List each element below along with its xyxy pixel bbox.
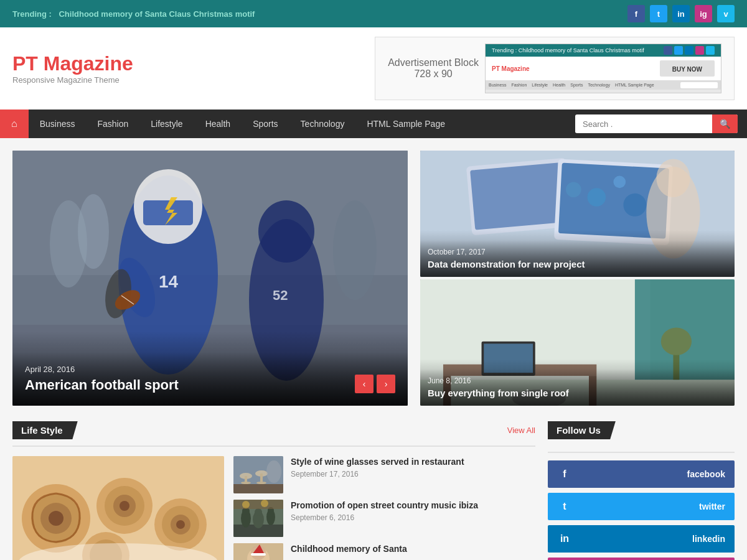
side-article-2-title: Buy everything from single roof xyxy=(428,388,727,398)
follow-header-container: Follow Us xyxy=(548,421,735,453)
lifestyle-item-3-title[interactable]: Childhood memory of Santa xyxy=(291,543,407,554)
svg-rect-67 xyxy=(245,476,247,482)
hero-title: American football sport xyxy=(25,377,395,393)
lifestyle-item-2-date: September 6, 2016 xyxy=(291,513,478,522)
svg-point-83 xyxy=(242,501,250,508)
svg-rect-90 xyxy=(251,553,266,556)
follow-facebook-label: facebook xyxy=(687,469,725,479)
ad-preview-trending: Trending : Childhood memory of Santa Cla… xyxy=(492,47,644,54)
nav-links-container: Business Fashion Lifestyle Health Sports… xyxy=(29,110,566,138)
follow-linkedin-button[interactable]: in linkedin xyxy=(548,525,735,553)
svg-point-68 xyxy=(241,482,251,484)
svg-rect-65 xyxy=(233,484,283,493)
hero-section: 14 52 xyxy=(12,151,408,406)
bottom-grid: Life Style View All xyxy=(12,421,735,560)
lifestyle-article-list: Style of wine glasses served in restaura… xyxy=(233,456,535,560)
nav-fashion[interactable]: Fashion xyxy=(86,110,139,138)
search-button[interactable]: 🔍 xyxy=(712,114,738,133)
trending-label: Trending : xyxy=(12,9,52,19)
svg-point-72 xyxy=(266,460,281,483)
side-article-2[interactable]: June 8, 2016 Buy everything from single … xyxy=(420,279,735,406)
lifestyle-main-svg xyxy=(12,456,224,560)
follow-facebook-button[interactable]: f facebook xyxy=(548,460,735,488)
search-input[interactable] xyxy=(575,116,712,133)
nav-sports[interactable]: Sports xyxy=(242,110,289,138)
side-article-2-date: June 8, 2016 xyxy=(428,376,727,385)
follow-twitter-label: twitter xyxy=(699,502,725,511)
side-article-1[interactable]: October 17, 2017 Data demonstration for … xyxy=(420,151,735,277)
svg-point-13 xyxy=(258,200,314,263)
lifestyle-item-2-title[interactable]: Promotion of open street country music i… xyxy=(291,500,478,511)
follow-twitter-button[interactable]: t twitter xyxy=(548,493,735,520)
svg-rect-22 xyxy=(470,162,567,230)
lifestyle-item-1-date: September 17, 2016 xyxy=(291,470,464,478)
site-logo-subtitle: Responsive Magazine Theme xyxy=(12,75,133,85)
trending-article: Childhood memory of Santa Claus Christma… xyxy=(59,9,255,19)
facebook-trending-icon[interactable]: f xyxy=(627,5,645,22)
lifestyle-thumb-3[interactable] xyxy=(233,543,283,560)
lifestyle-thumb-1-svg xyxy=(233,456,283,493)
instagram-trending-icon[interactable]: ig xyxy=(695,5,712,22)
nav-health[interactable]: Health xyxy=(194,110,242,138)
lifestyle-item-1: Style of wine glasses served in restaura… xyxy=(233,456,535,493)
twitter-trending-icon[interactable]: t xyxy=(650,5,667,22)
nav-lifestyle[interactable]: Lifestyle xyxy=(139,110,194,138)
hero-controls: ‹ › xyxy=(355,375,395,393)
nav-business[interactable]: Business xyxy=(29,110,87,138)
svg-rect-82 xyxy=(233,500,283,509)
svg-point-71 xyxy=(256,482,266,484)
main-navbar: ⌂ Business Fashion Lifestyle Health Spor… xyxy=(0,110,747,138)
hero-prev-button[interactable]: ‹ xyxy=(355,375,374,393)
lifestyle-thumb-2[interactable] xyxy=(233,500,283,537)
nav-home-button[interactable]: ⌂ xyxy=(0,110,29,138)
lifestyle-item-1-title[interactable]: Style of wine glasses served in restaura… xyxy=(291,456,464,467)
nav-technology[interactable]: Technology xyxy=(289,110,356,138)
follow-us-title: Follow Us xyxy=(548,421,616,439)
trending-social-icons: f t in ig v xyxy=(627,5,735,22)
follow-us-section: Follow Us f facebook t twitter in linked… xyxy=(548,421,735,560)
ad-preview-image: Trending : Childhood memory of Santa Cla… xyxy=(485,44,721,93)
logo-section: PT Magazine Responsive Magazine Theme xyxy=(12,52,133,85)
lifestyle-grid: Style of wine glasses served in restaura… xyxy=(12,456,535,560)
svg-point-25 xyxy=(588,188,606,207)
svg-point-55 xyxy=(120,501,129,511)
lifestyle-featured-image[interactable] xyxy=(12,456,224,560)
lifestyle-item-2: Promotion of open street country music i… xyxy=(233,500,535,537)
side-article-2-overlay: June 8, 2016 Buy everything from single … xyxy=(420,369,735,406)
svg-point-44 xyxy=(661,327,692,355)
social-follow-buttons: f facebook t twitter in linkedin ◻ insta… xyxy=(548,460,735,560)
facebook-follow-icon: f xyxy=(557,467,572,482)
svg-rect-70 xyxy=(260,474,263,482)
svg-point-26 xyxy=(613,176,626,189)
svg-point-16 xyxy=(333,200,377,300)
featured-grid: 14 52 xyxy=(12,151,735,406)
nav-html-sample[interactable]: HTML Sample Page xyxy=(355,110,456,138)
side-articles: October 17, 2017 Data demonstration for … xyxy=(420,151,735,406)
linkedin-follow-icon: in xyxy=(557,531,572,546)
follow-instagram-button[interactable]: ◻ instagram xyxy=(548,558,735,560)
svg-point-30 xyxy=(656,159,690,197)
lifestyle-view-all[interactable]: View All xyxy=(507,426,535,435)
hero-date: April 28, 2016 xyxy=(25,365,395,374)
trending-text: Trending : Childhood memory of Santa Cla… xyxy=(12,9,260,19)
lifestyle-thumb-2-svg xyxy=(233,500,283,537)
advertisement-block: Advertisement Block 728 x 90 Trending : … xyxy=(375,37,735,100)
vimeo-trending-icon[interactable]: v xyxy=(717,5,735,22)
svg-point-59 xyxy=(176,520,185,529)
lifestyle-item-2-content: Promotion of open street country music i… xyxy=(291,500,478,522)
lifestyle-item-3-content: Childhood memory of Santa xyxy=(291,543,407,557)
search-box: 🔍 xyxy=(575,114,738,133)
lifestyle-item-3: Childhood memory of Santa xyxy=(233,543,535,560)
linkedin-trending-icon[interactable]: in xyxy=(672,5,690,22)
hero-image: 14 52 xyxy=(12,151,408,406)
svg-text:14: 14 xyxy=(159,272,179,291)
side-article-1-title: Data demonstration for new project xyxy=(428,259,727,269)
ad-text: Advertisement Block 728 x 90 xyxy=(388,57,479,80)
site-logo-title[interactable]: PT Magazine xyxy=(12,52,133,75)
hero-next-button[interactable]: › xyxy=(377,375,395,393)
twitter-follow-icon: t xyxy=(557,499,572,514)
lifestyle-title: Life Style xyxy=(12,421,78,439)
svg-point-17 xyxy=(78,194,109,269)
ad-preview-buy: BUY NOW xyxy=(672,66,702,73)
lifestyle-thumb-1[interactable] xyxy=(233,456,283,493)
